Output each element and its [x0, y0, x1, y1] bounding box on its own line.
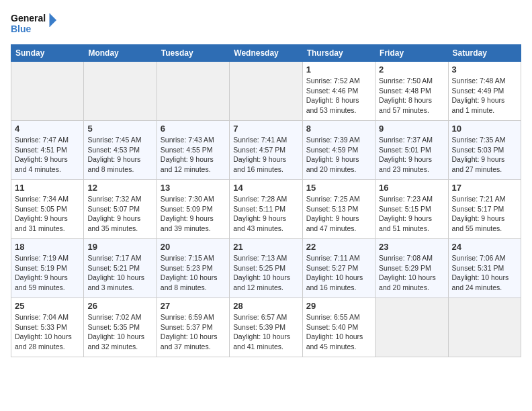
day-info: Sunrise: 7:06 AM Sunset: 5:31 PM Dayligh… — [452, 253, 517, 293]
calendar-cell — [157, 62, 229, 121]
calendar-cell: 25Sunrise: 7:04 AM Sunset: 5:33 PM Dayli… — [11, 298, 84, 357]
day-number: 25 — [15, 301, 80, 311]
day-number: 19 — [87, 242, 152, 252]
calendar-cell: 16Sunrise: 7:23 AM Sunset: 5:15 PM Dayli… — [375, 180, 448, 239]
calendar-cell: 22Sunrise: 7:11 AM Sunset: 5:27 PM Dayli… — [302, 239, 375, 298]
day-number: 11 — [15, 183, 80, 193]
day-number: 24 — [452, 242, 517, 252]
day-number: 13 — [161, 183, 226, 193]
day-number: 26 — [87, 301, 152, 311]
day-info: Sunrise: 7:04 AM Sunset: 5:33 PM Dayligh… — [15, 312, 80, 352]
day-number: 3 — [452, 64, 517, 75]
day-info: Sunrise: 7:41 AM Sunset: 4:57 PM Dayligh… — [233, 135, 298, 175]
day-info: Sunrise: 7:35 AM Sunset: 5:03 PM Dayligh… — [452, 135, 517, 175]
calendar-cell: 24Sunrise: 7:06 AM Sunset: 5:31 PM Dayli… — [448, 239, 521, 298]
calendar-cell: 2Sunrise: 7:50 AM Sunset: 4:48 PM Daylig… — [375, 62, 448, 121]
day-number: 16 — [379, 183, 444, 193]
logo: General Blue — [11, 11, 58, 38]
calendar-week-row: 18Sunrise: 7:19 AM Sunset: 5:19 PM Dayli… — [11, 239, 521, 298]
calendar-cell: 14Sunrise: 7:28 AM Sunset: 5:11 PM Dayli… — [230, 180, 302, 239]
calendar-cell: 19Sunrise: 7:17 AM Sunset: 5:21 PM Dayli… — [84, 239, 157, 298]
svg-text:Blue: Blue — [11, 24, 32, 34]
calendar-cell — [448, 298, 521, 357]
day-number: 6 — [161, 124, 226, 134]
calendar-cell: 13Sunrise: 7:30 AM Sunset: 5:09 PM Dayli… — [157, 180, 229, 239]
calendar-week-row: 25Sunrise: 7:04 AM Sunset: 5:33 PM Dayli… — [11, 298, 521, 357]
calendar-cell: 26Sunrise: 7:02 AM Sunset: 5:35 PM Dayli… — [84, 298, 157, 357]
day-number: 2 — [379, 64, 444, 75]
day-info: Sunrise: 7:39 AM Sunset: 4:59 PM Dayligh… — [306, 135, 371, 175]
day-number: 27 — [161, 301, 226, 311]
calendar-cell: 9Sunrise: 7:37 AM Sunset: 5:01 PM Daylig… — [375, 121, 448, 180]
svg-marker-2 — [50, 13, 56, 27]
day-number: 12 — [87, 183, 152, 193]
calendar-cell — [84, 62, 157, 121]
day-info: Sunrise: 7:52 AM Sunset: 4:46 PM Dayligh… — [306, 76, 371, 116]
day-info: Sunrise: 7:43 AM Sunset: 4:55 PM Dayligh… — [161, 135, 226, 175]
calendar-week-row: 4Sunrise: 7:47 AM Sunset: 4:51 PM Daylig… — [11, 121, 521, 180]
calendar-cell: 21Sunrise: 7:13 AM Sunset: 5:25 PM Dayli… — [230, 239, 302, 298]
calendar-cell: 1Sunrise: 7:52 AM Sunset: 4:46 PM Daylig… — [302, 62, 375, 121]
day-number: 17 — [452, 183, 517, 193]
day-number: 23 — [379, 242, 444, 252]
day-number: 1 — [306, 64, 371, 75]
calendar-week-row: 1Sunrise: 7:52 AM Sunset: 4:46 PM Daylig… — [11, 62, 521, 121]
calendar-table: SundayMondayTuesdayWednesdayThursdayFrid… — [11, 44, 521, 357]
day-info: Sunrise: 7:15 AM Sunset: 5:23 PM Dayligh… — [161, 253, 226, 293]
day-info: Sunrise: 7:08 AM Sunset: 5:29 PM Dayligh… — [379, 253, 444, 293]
day-number: 15 — [306, 183, 371, 193]
calendar-cell: 7Sunrise: 7:41 AM Sunset: 4:57 PM Daylig… — [230, 121, 302, 180]
calendar-cell — [375, 298, 448, 357]
day-number: 4 — [15, 124, 80, 134]
day-info: Sunrise: 7:34 AM Sunset: 5:05 PM Dayligh… — [15, 194, 80, 234]
day-info: Sunrise: 7:45 AM Sunset: 4:53 PM Dayligh… — [87, 135, 152, 175]
day-number: 28 — [233, 301, 298, 311]
day-info: Sunrise: 7:19 AM Sunset: 5:19 PM Dayligh… — [15, 253, 80, 293]
day-info: Sunrise: 7:37 AM Sunset: 5:01 PM Dayligh… — [379, 135, 444, 175]
day-number: 10 — [452, 124, 517, 134]
day-number: 5 — [87, 124, 152, 134]
svg-text:General: General — [11, 13, 46, 24]
weekday-header: Sunday — [11, 45, 84, 62]
day-number: 18 — [15, 242, 80, 252]
day-info: Sunrise: 7:28 AM Sunset: 5:11 PM Dayligh… — [233, 194, 298, 234]
weekday-header-row: SundayMondayTuesdayWednesdayThursdayFrid… — [11, 45, 521, 62]
calendar-cell: 18Sunrise: 7:19 AM Sunset: 5:19 PM Dayli… — [11, 239, 84, 298]
day-info: Sunrise: 7:50 AM Sunset: 4:48 PM Dayligh… — [379, 76, 444, 116]
calendar-cell: 6Sunrise: 7:43 AM Sunset: 4:55 PM Daylig… — [157, 121, 229, 180]
day-info: Sunrise: 7:17 AM Sunset: 5:21 PM Dayligh… — [87, 253, 152, 293]
logo-svg: General Blue — [11, 11, 58, 38]
day-number: 20 — [161, 242, 226, 252]
calendar-cell: 27Sunrise: 6:59 AM Sunset: 5:37 PM Dayli… — [157, 298, 229, 357]
day-info: Sunrise: 7:21 AM Sunset: 5:17 PM Dayligh… — [452, 194, 517, 234]
weekday-header: Tuesday — [157, 45, 229, 62]
day-info: Sunrise: 7:48 AM Sunset: 4:49 PM Dayligh… — [452, 76, 517, 116]
day-info: Sunrise: 7:30 AM Sunset: 5:09 PM Dayligh… — [161, 194, 226, 234]
day-info: Sunrise: 7:47 AM Sunset: 4:51 PM Dayligh… — [15, 135, 80, 175]
calendar-cell: 15Sunrise: 7:25 AM Sunset: 5:13 PM Dayli… — [302, 180, 375, 239]
calendar-cell: 10Sunrise: 7:35 AM Sunset: 5:03 PM Dayli… — [448, 121, 521, 180]
day-number: 9 — [379, 124, 444, 134]
day-info: Sunrise: 7:11 AM Sunset: 5:27 PM Dayligh… — [306, 253, 371, 293]
day-info: Sunrise: 7:02 AM Sunset: 5:35 PM Dayligh… — [87, 312, 152, 352]
day-number: 29 — [306, 301, 371, 311]
day-info: Sunrise: 7:32 AM Sunset: 5:07 PM Dayligh… — [87, 194, 152, 234]
calendar-cell: 20Sunrise: 7:15 AM Sunset: 5:23 PM Dayli… — [157, 239, 229, 298]
day-number: 8 — [306, 124, 371, 134]
day-info: Sunrise: 7:23 AM Sunset: 5:15 PM Dayligh… — [379, 194, 444, 234]
calendar-cell: 3Sunrise: 7:48 AM Sunset: 4:49 PM Daylig… — [448, 62, 521, 121]
calendar-week-row: 11Sunrise: 7:34 AM Sunset: 5:05 PM Dayli… — [11, 180, 521, 239]
day-info: Sunrise: 6:57 AM Sunset: 5:39 PM Dayligh… — [233, 312, 298, 352]
day-info: Sunrise: 7:13 AM Sunset: 5:25 PM Dayligh… — [233, 253, 298, 293]
day-info: Sunrise: 6:59 AM Sunset: 5:37 PM Dayligh… — [161, 312, 226, 352]
calendar-cell: 28Sunrise: 6:57 AM Sunset: 5:39 PM Dayli… — [230, 298, 302, 357]
calendar-cell: 8Sunrise: 7:39 AM Sunset: 4:59 PM Daylig… — [302, 121, 375, 180]
calendar-cell: 4Sunrise: 7:47 AM Sunset: 4:51 PM Daylig… — [11, 121, 84, 180]
day-number: 7 — [233, 124, 298, 134]
calendar-cell: 12Sunrise: 7:32 AM Sunset: 5:07 PM Dayli… — [84, 180, 157, 239]
day-number: 14 — [233, 183, 298, 193]
calendar-cell: 23Sunrise: 7:08 AM Sunset: 5:29 PM Dayli… — [375, 239, 448, 298]
day-number: 21 — [233, 242, 298, 252]
calendar-cell: 5Sunrise: 7:45 AM Sunset: 4:53 PM Daylig… — [84, 121, 157, 180]
page-header: General Blue — [11, 11, 521, 38]
